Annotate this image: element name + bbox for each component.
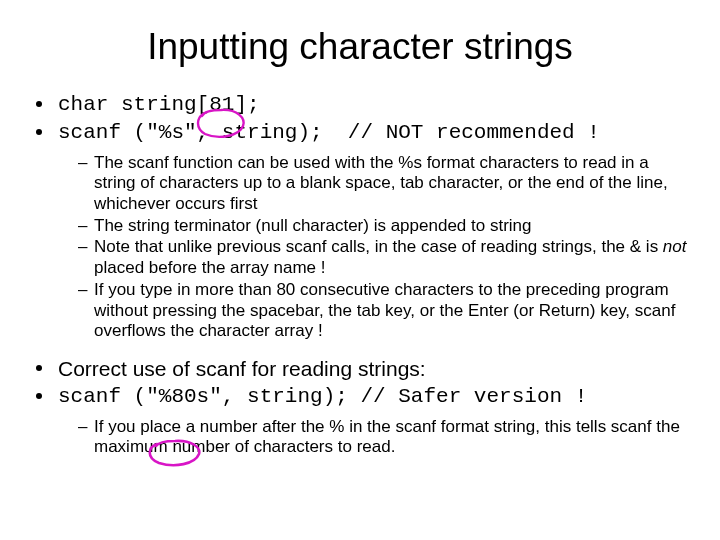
dash-icon: – xyxy=(78,237,94,258)
bullet-dot-icon xyxy=(36,129,44,135)
sub-item: The string terminator (null character) i… xyxy=(94,216,531,237)
dash-icon: – xyxy=(78,280,94,301)
code-line-3: scanf ("%80s", string); // Safer version… xyxy=(58,384,587,410)
bullet-code-1: char string[81]; xyxy=(36,92,690,118)
sub-item: The scanf function can be used with the … xyxy=(94,153,690,215)
correct-line: Correct use of scanf for reading strings… xyxy=(58,356,426,382)
bullet-dot-icon xyxy=(36,365,44,371)
code-line-1: char string[81]; xyxy=(58,92,260,118)
sub-list-1: – The scanf function can be used with th… xyxy=(78,153,690,343)
sub-item: Note that unlike previous scanf calls, i… xyxy=(94,237,690,278)
bullet-code-3: scanf ("%80s", string); // Safer version… xyxy=(36,384,690,410)
dash-icon: – xyxy=(78,216,94,237)
sub-item: If you place a number after the % in the… xyxy=(94,417,690,458)
bullet-dot-icon xyxy=(36,393,44,399)
bullet-code-2: scanf ("%s", string); // NOT recommended… xyxy=(36,120,690,146)
slide-title: Inputting character strings xyxy=(30,26,690,68)
bullet-dot-icon xyxy=(36,101,44,107)
sub-item-part: Note that unlike previous scanf calls, i… xyxy=(94,237,663,256)
bullet-correct: Correct use of scanf for reading strings… xyxy=(36,356,690,382)
dash-icon: – xyxy=(78,153,94,174)
dash-icon: – xyxy=(78,417,94,438)
italic-not: not xyxy=(663,237,687,256)
sub-item: If you type in more than 80 consecutive … xyxy=(94,280,690,342)
code-line-2: scanf ("%s", string); // NOT recommended… xyxy=(58,120,600,146)
sub-list-2: – If you place a number after the % in t… xyxy=(78,417,690,458)
sub-item-part: placed before the array name ! xyxy=(94,258,326,277)
